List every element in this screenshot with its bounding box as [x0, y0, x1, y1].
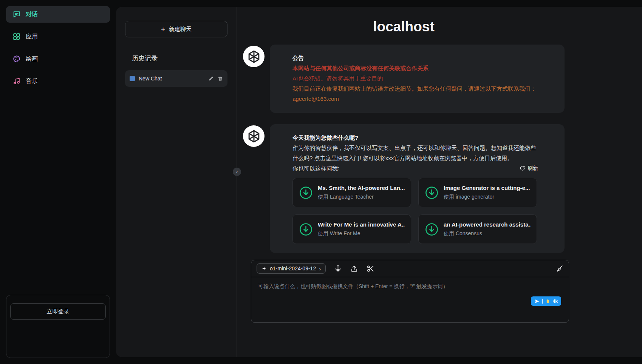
suggestion-subtitle: 使用 Language Teacher — [318, 194, 405, 201]
openai-logo-icon — [247, 129, 261, 143]
sidebar-item-label: 应用 — [26, 33, 38, 41]
refresh-icon — [520, 165, 525, 171]
chevron-left-icon: ‹ — [236, 169, 238, 175]
new-chat-label: 新建聊天 — [169, 26, 192, 33]
login-button[interactable]: 立即登录 — [10, 303, 106, 320]
greeting-body: 作为你的智慧伙伴，我不仅可以写文案、出点子，还可以和你聊天、回答问题。想知道我还… — [292, 143, 538, 163]
suggestion-title: an AI-powered research assista... — [444, 221, 531, 228]
chat-item-title: New Chat — [139, 76, 204, 82]
assistant-avatar — [243, 125, 265, 147]
announcement-title: 公告 — [292, 53, 538, 63]
microphone-button[interactable] — [334, 265, 342, 273]
page-title: localhost — [243, 19, 565, 35]
sidebar-item-apps[interactable]: 应用 — [6, 28, 110, 45]
suggestion-card[interactable]: an AI-powered research assista... 使用 Con… — [418, 214, 537, 244]
model-selector[interactable]: o1-mini-2024-09-12 › — [257, 263, 326, 274]
sidebar-item-label: 绘画 — [26, 55, 38, 63]
sparkle-icon — [261, 266, 267, 271]
suggestion-card[interactable]: Ms. Smith, the AI-powered Lan... 使用 Lang… — [292, 178, 411, 207]
pill-divider — [542, 299, 543, 304]
plus-icon: + — [161, 26, 165, 33]
sidebar-nav: 对话 应用 绘画 音乐 — [6, 6, 110, 89]
contact-email-link[interactable]: ageerle@163.com — [292, 94, 538, 104]
suggestion-card[interactable]: Write For Me is an innovative A... 使用 Wr… — [292, 214, 411, 244]
music-notes-icon — [12, 77, 21, 85]
sidebar-item-chat[interactable]: 对话 — [6, 6, 110, 23]
download-circle-icon — [299, 186, 313, 200]
suggestion-text: Image Generator is a cutting-e... 使用 ima… — [444, 185, 530, 201]
send-button[interactable]: 4k — [531, 296, 561, 306]
chat-list-item[interactable]: New Chat — [125, 70, 227, 87]
message-bubble: 公告 本网站与任何其他公司或商标没有任何关联或合作关系 AI也会犯错。请勿将其用… — [270, 45, 565, 113]
announcement-line-2: AI也会犯错。请勿将其用于重要目的 — [292, 73, 538, 83]
announcement-line-3: 我们目前正在修复我们网站上的错误并改进细节。如果您有任何疑问，请通过以下方式联系… — [292, 83, 538, 94]
upload-icon — [350, 265, 358, 273]
upload-button[interactable] — [350, 265, 358, 273]
app-root: 对话 应用 绘画 音乐 立即登录 — [0, 0, 642, 364]
suggestion-subtitle: 使用 image generator — [444, 194, 530, 201]
composer-toolbar: o1-mini-2024-09-12 › — [251, 260, 569, 277]
suggestion-text: Write For Me is an innovative A... 使用 Wr… — [318, 221, 405, 237]
ask-row: 你也可以这样问我: 刷新 — [292, 163, 538, 173]
assistant-avatar — [243, 46, 265, 67]
refresh-label: 刷新 — [528, 165, 538, 172]
download-circle-icon — [425, 222, 439, 236]
message-announcement: 公告 本网站与任何其他公司或商标没有任何关联或合作关系 AI也会犯错。请勿将其用… — [243, 45, 565, 113]
sidebar: 对话 应用 绘画 音乐 立即登录 — [0, 0, 116, 364]
download-circle-icon — [425, 186, 439, 200]
history-title: 历史记录 — [132, 54, 227, 63]
suggestion-subtitle: 使用 Consensus — [444, 230, 531, 237]
broom-icon — [555, 265, 563, 273]
chevron-right-icon: › — [319, 266, 321, 271]
clear-context-button[interactable] — [555, 265, 563, 273]
announcement-line-1: 本网站与任何其他公司或商标没有任何关联或合作关系 — [292, 63, 538, 73]
send-plane-icon — [534, 299, 540, 304]
sidebar-item-label: 音乐 — [26, 77, 38, 85]
palette-icon — [12, 55, 21, 63]
apps-grid-icon — [12, 32, 21, 41]
sidebar-item-drawing[interactable]: 绘画 — [6, 51, 110, 67]
token-count: 4k — [553, 299, 558, 304]
new-chat-button[interactable]: + 新建聊天 — [125, 21, 227, 37]
suggestion-subtitle: 使用 Write For Me — [318, 230, 405, 237]
message-bubble: 今天我能为您做些什么呢? 作为你的智慧伙伴，我不仅可以写文案、出点子，还可以和你… — [270, 124, 565, 253]
model-label: o1-mini-2024-09-12 — [270, 265, 316, 271]
delete-icon[interactable] — [218, 76, 223, 81]
sidebar-item-music[interactable]: 音乐 — [6, 73, 110, 89]
suggestion-text: Ms. Smith, the AI-powered Lan... 使用 Lang… — [318, 185, 405, 201]
suggestion-title: Ms. Smith, the AI-powered Lan... — [318, 185, 405, 191]
edit-icon[interactable] — [208, 76, 213, 81]
microphone-icon — [334, 265, 342, 273]
download-circle-icon — [299, 222, 313, 236]
openai-logo-icon — [247, 49, 261, 64]
chat-item-actions — [208, 76, 223, 81]
suggestion-card[interactable]: Image Generator is a cutting-e... 使用 ima… — [418, 178, 537, 207]
main-panel: + 新建聊天 历史记录 New Chat ‹ — [116, 7, 642, 357]
refresh-button[interactable]: 刷新 — [520, 165, 538, 172]
suggestion-text: an AI-powered research assista... 使用 Con… — [444, 221, 531, 237]
chat-bubble-icon — [12, 10, 21, 19]
scissors-icon — [367, 265, 374, 273]
screenshot-button[interactable] — [367, 265, 374, 273]
token-battery-icon — [545, 299, 550, 304]
collapse-sidebar-button[interactable]: ‹ — [233, 168, 241, 176]
greeting-title: 今天我能为您做些什么呢? — [292, 133, 538, 143]
message-list: 公告 本网站与任何其他公司或商标没有任何关联或合作关系 AI也会犯错。请勿将其用… — [237, 35, 642, 253]
sidebar-item-label: 对话 — [26, 11, 38, 19]
login-panel: 立即登录 — [6, 295, 110, 358]
ask-line: 你也可以这样问我: — [292, 163, 339, 173]
composer: o1-mini-2024-09-12 › — [251, 260, 569, 323]
chat-color-swatch — [130, 76, 135, 81]
message-greeting: 今天我能为您做些什么呢? 作为你的智慧伙伴，我不仅可以写文案、出点子，还可以和你… — [243, 124, 565, 253]
chat-area: ‹ localhost 公告 本网站与任何其他公司或商标没有任何关联或合作关系 … — [237, 7, 642, 357]
message-input[interactable] — [251, 277, 569, 322]
chat-list-panel: + 新建聊天 历史记录 New Chat — [116, 7, 237, 357]
suggestion-title: Image Generator is a cutting-e... — [444, 185, 530, 191]
suggestion-grid: Ms. Smith, the AI-powered Lan... 使用 Lang… — [292, 178, 538, 244]
suggestion-title: Write For Me is an innovative A... — [318, 221, 405, 228]
sidebar-spacer — [6, 89, 110, 295]
